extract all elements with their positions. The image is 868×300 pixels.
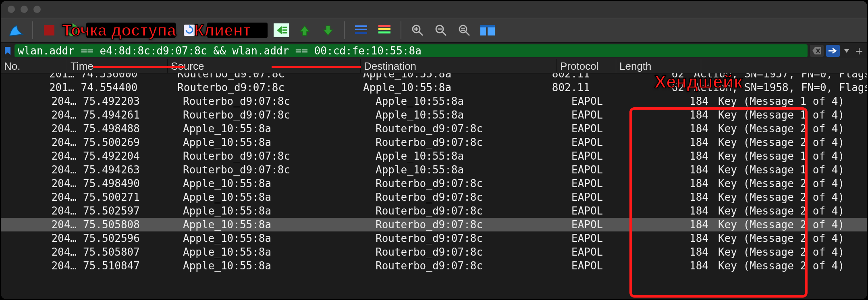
cell-no: 201… [1, 81, 78, 94]
cell-time: 75.500269 [80, 136, 180, 148]
packet-row[interactable]: 204…75.500271Apple_10:55:8aRouterbo_d9:0… [1, 190, 867, 204]
cell-info: Action, SN=1957, FN=0, Flags [691, 73, 867, 80]
cell-destination: Routerbo_d9:07:8c [372, 205, 568, 217]
cell-info: Key (Message 2 of 4) [715, 191, 867, 203]
cell-protocol: EAPOL [568, 246, 627, 258]
apply-filter-button[interactable] [826, 45, 840, 57]
cell-destination: Routerbo_d9:07:8c [372, 191, 568, 203]
cell-no: 204… [1, 219, 80, 231]
cell-length: 184 [627, 232, 715, 244]
cell-time: 75.498488 [80, 123, 180, 135]
packet-row[interactable]: 204…75.505808Apple_10:55:8aRouterbo_d9:0… [1, 218, 867, 231]
display-filter-input[interactable]: wlan.addr == e4:8d:8c:d9:07:8c && wlan.a… [15, 44, 808, 57]
app-window: Точка доступа Клиент wlan.addr == e4:8d:… [1, 1, 867, 299]
cell-no: 204… [1, 232, 80, 244]
clear-filter-button[interactable] [810, 45, 824, 57]
wireshark-fin-icon[interactable] [6, 21, 26, 39]
cell-source: Apple_10:55:8a [180, 232, 372, 244]
packet-row[interactable]: 204…75.492203Routerbo_d9:07:8cApple_10:5… [1, 94, 867, 108]
svg-line-20 [466, 32, 469, 35]
autoscroll-button[interactable] [351, 21, 371, 39]
cell-protocol: EAPOL [568, 95, 627, 107]
cell-destination: Apple_10:55:8a [360, 73, 549, 80]
column-source[interactable]: Source [168, 59, 361, 73]
cell-protocol: EAPOL [568, 136, 627, 148]
cell-destination: Routerbo_d9:07:8c [372, 177, 568, 190]
column-label: Source [171, 60, 204, 73]
colorize-button[interactable] [375, 21, 394, 39]
cell-time: 75.492203 [80, 95, 180, 107]
packet-list-header[interactable]: No. Time Source Destination Protocol Len… [1, 59, 867, 73]
cell-info: Key (Message 2 of 4) [715, 136, 867, 148]
cell-protocol: EAPOL [568, 150, 627, 162]
zoom-reset-button[interactable] [455, 21, 474, 39]
cell-source: Routerbo_d9:07:8c [174, 73, 360, 80]
zoom-out-button[interactable] [431, 21, 451, 39]
cell-no: 204… [1, 260, 80, 272]
packet-row[interactable]: 204…75.494261Routerbo_d9:07:8cApple_10:5… [1, 108, 867, 122]
cell-protocol: EAPOL [568, 219, 627, 231]
cell-length: 184 [627, 164, 715, 176]
packet-row[interactable]: 204…75.502597Apple_10:55:8aRouterbo_d9:0… [1, 204, 867, 218]
packet-row[interactable]: 204…75.498490Apple_10:55:8aRouterbo_d9:0… [1, 177, 867, 190]
zoom-in-button[interactable] [408, 21, 427, 39]
cell-destination: Apple_10:55:8a [372, 164, 568, 176]
add-filter-button[interactable]: ＋ [853, 45, 865, 57]
cell-time: 74.536000 [78, 73, 174, 80]
cell-length: 184 [627, 177, 715, 190]
reload-button[interactable] [180, 21, 199, 39]
restart-capture-button[interactable] [63, 21, 82, 39]
cell-info: Action, SN=1958, FN=0, Flags [691, 81, 867, 94]
packet-row[interactable]: 204…75.494263Routerbo_d9:07:8cApple_10:5… [1, 163, 867, 177]
window-minimize-button[interactable] [20, 5, 28, 13]
cell-destination: Routerbo_d9:07:8c [372, 232, 568, 244]
cell-time: 75.494263 [80, 164, 180, 176]
cell-length: 62 [606, 73, 691, 80]
column-destination[interactable]: Destination [361, 59, 557, 73]
go-up-button[interactable] [295, 21, 314, 39]
stop-capture-button[interactable] [39, 21, 59, 39]
packet-row[interactable]: 204…75.498488Apple_10:55:8aRouterbo_d9:0… [1, 122, 867, 135]
packet-row[interactable]: 204…75.510847Apple_10:55:8aRouterbo_d9:0… [1, 259, 867, 273]
column-label: Length [619, 60, 652, 73]
filter-history-button[interactable] [842, 45, 851, 57]
packet-row[interactable]: 204…75.505807Apple_10:55:8aRouterbo_d9:0… [1, 245, 867, 259]
redacted-toolbar-region-1 [86, 23, 176, 38]
window-close-button[interactable] [7, 5, 15, 13]
cell-info: Key (Message 2 of 4) [715, 177, 867, 190]
packet-row[interactable]: 201…74.536000Routerbo_d9:07:8cApple_10:5… [1, 73, 867, 81]
cell-source: Routerbo_d9:07:8c [174, 81, 360, 94]
go-down-button[interactable] [318, 21, 338, 39]
svg-rect-0 [44, 25, 54, 35]
column-label: Destination [364, 60, 416, 73]
packet-row[interactable]: 204…75.500269Apple_10:55:8aRouterbo_d9:0… [1, 135, 867, 149]
cell-info: Key (Message 2 of 4) [715, 205, 867, 217]
packet-row[interactable]: 201…74.554400Routerbo_d9:07:8cApple_10:5… [1, 81, 867, 94]
cell-protocol: EAPOL [568, 177, 627, 190]
svg-rect-8 [355, 32, 367, 34]
column-time[interactable]: Time [67, 59, 168, 73]
column-length[interactable]: Length [616, 59, 701, 73]
cell-time: 75.505808 [80, 219, 180, 231]
cell-source: Routerbo_d9:07:8c [180, 164, 372, 176]
packet-list[interactable]: 201…74.536000Routerbo_d9:07:8cApple_10:5… [1, 73, 867, 299]
column-no[interactable]: No. [1, 59, 67, 73]
column-info[interactable] [701, 59, 867, 73]
bookmark-filter-button[interactable] [3, 45, 12, 57]
window-maximize-button[interactable] [33, 5, 41, 13]
cell-time: 75.502596 [80, 232, 180, 244]
svg-rect-9 [378, 25, 390, 27]
resize-columns-button[interactable] [478, 21, 497, 39]
svg-rect-3 [282, 27, 287, 28]
svg-line-13 [419, 32, 423, 35]
cell-info: Key (Message 1 of 4) [715, 164, 867, 176]
packet-row[interactable]: 204…75.502596Apple_10:55:8aRouterbo_d9:0… [1, 231, 867, 245]
column-label: Time [71, 60, 93, 73]
cell-length: 184 [627, 95, 715, 107]
column-protocol[interactable]: Protocol [557, 59, 616, 73]
cell-protocol: EAPOL [568, 232, 627, 244]
cell-source: Routerbo_d9:07:8c [180, 109, 372, 121]
packet-row[interactable]: 204…75.492204Routerbo_d9:07:8cApple_10:5… [1, 149, 867, 163]
go-first-button[interactable] [272, 21, 291, 39]
svg-rect-5 [282, 32, 287, 33]
